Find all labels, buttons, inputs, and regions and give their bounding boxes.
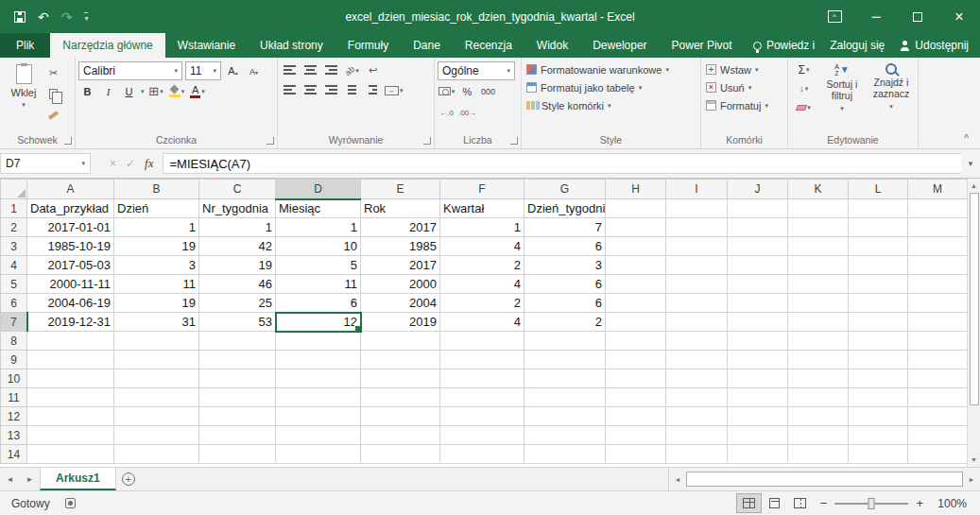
increase-decimal-button[interactable]	[438, 102, 456, 120]
cell-C13[interactable]	[199, 426, 276, 445]
column-header-I[interactable]: I	[666, 180, 728, 199]
page-break-view-button[interactable]	[788, 494, 812, 512]
tab-developer[interactable]: Deweloper	[580, 33, 659, 58]
undo-icon[interactable]: ↶	[38, 10, 49, 24]
row-header-13[interactable]: 13	[1, 426, 27, 445]
cell-H1[interactable]	[606, 199, 666, 218]
cell-I10[interactable]	[666, 369, 728, 388]
cell-D9[interactable]	[276, 351, 361, 369]
cell-F14[interactable]	[440, 445, 524, 464]
scroll-right-icon[interactable]: ►	[965, 476, 978, 483]
new-sheet-button[interactable]: +	[116, 468, 141, 490]
cell-J10[interactable]	[728, 369, 788, 388]
cell-J5[interactable]	[728, 275, 788, 294]
cell-A2[interactable]: 2017-01-01	[27, 218, 114, 237]
cell-M3[interactable]	[908, 237, 968, 256]
cell-K3[interactable]	[788, 237, 849, 256]
italic-button[interactable]: I	[99, 82, 117, 100]
cell-D10[interactable]	[276, 369, 361, 388]
name-box[interactable]: D7▾	[0, 153, 91, 174]
tab-power-pivot[interactable]: Power Pivot	[660, 33, 745, 58]
column-header-K[interactable]: K	[788, 180, 849, 199]
copy-button[interactable]	[44, 85, 62, 103]
cell-I12[interactable]	[666, 407, 728, 426]
cell-F4[interactable]: 2	[440, 256, 524, 275]
cell-D3[interactable]: 10	[276, 237, 361, 256]
maximize-button[interactable]	[897, 0, 938, 33]
sheet-tab-arkusz1[interactable]: Arkusz1	[40, 468, 116, 490]
cell-K14[interactable]	[788, 445, 849, 464]
scroll-up-icon[interactable]: ▲	[971, 179, 977, 193]
record-macro-icon[interactable]	[65, 498, 76, 508]
underline-dropdown-icon[interactable]: ▾	[141, 88, 145, 95]
cell-J2[interactable]	[728, 218, 788, 237]
cell-F8[interactable]	[440, 332, 524, 351]
column-header-A[interactable]: A	[27, 180, 114, 199]
column-header-F[interactable]: F	[440, 180, 524, 199]
cell-K12[interactable]	[788, 407, 849, 426]
cell-J7[interactable]	[728, 313, 788, 332]
cell-G12[interactable]	[524, 407, 606, 426]
alignment-dialog-launcher-icon[interactable]	[423, 137, 431, 145]
cell-B12[interactable]	[114, 407, 199, 426]
cell-B5[interactable]: 11	[114, 275, 199, 294]
save-icon[interactable]	[14, 11, 26, 23]
cell-C4[interactable]: 19	[199, 256, 276, 275]
cell-C12[interactable]	[199, 407, 276, 426]
cell-K2[interactable]	[788, 218, 849, 237]
cell-M8[interactable]	[908, 332, 968, 351]
sign-in-button[interactable]: Zaloguj się	[830, 39, 885, 52]
accounting-format-button[interactable]: ▾	[438, 82, 456, 100]
cell-H7[interactable]	[606, 313, 666, 332]
cell-B11[interactable]	[114, 388, 199, 407]
cell-B1[interactable]: Dzień	[114, 199, 199, 218]
cell-B9[interactable]	[114, 351, 199, 369]
cell-J3[interactable]	[728, 237, 788, 256]
cell-H5[interactable]	[606, 275, 666, 294]
customize-qat-icon[interactable]: ▾	[84, 12, 88, 22]
zoom-in-button[interactable]: +	[908, 496, 931, 510]
align-middle-button[interactable]	[301, 61, 319, 79]
row-header-2[interactable]: 2	[1, 218, 27, 237]
delete-cells-button[interactable]: × Usuń ▾	[704, 78, 784, 96]
percent-style-button[interactable]: %	[458, 82, 476, 100]
column-header-C[interactable]: C	[199, 180, 276, 199]
cell-A12[interactable]	[27, 407, 114, 426]
sort-filter-button[interactable]: AZ▼ Sortuj i filtruj ▾	[818, 60, 866, 133]
cell-C11[interactable]	[199, 388, 276, 407]
cell-G11[interactable]	[524, 388, 606, 407]
share-button[interactable]: Udostępnij	[900, 39, 969, 52]
cell-E9[interactable]	[361, 351, 440, 369]
cell-E1[interactable]: Rok	[361, 199, 440, 218]
cell-A10[interactable]	[27, 369, 114, 388]
cell-E10[interactable]	[361, 369, 440, 388]
cell-J4[interactable]	[728, 256, 788, 275]
cell-G3[interactable]: 6	[524, 237, 606, 256]
cell-F2[interactable]: 1	[440, 218, 524, 237]
column-header-B[interactable]: B	[114, 180, 199, 199]
cell-C7[interactable]: 53	[199, 313, 276, 332]
cell-F6[interactable]: 2	[440, 294, 524, 313]
cell-L5[interactable]	[849, 275, 908, 294]
cell-H13[interactable]	[606, 426, 666, 445]
cell-F5[interactable]: 4	[440, 275, 524, 294]
align-right-button[interactable]	[322, 81, 340, 99]
formula-input[interactable]: =MIESIĄC(A7)	[163, 153, 961, 174]
cell-F10[interactable]	[440, 369, 524, 388]
cell-D13[interactable]	[276, 426, 361, 445]
row-header-7[interactable]: 7	[1, 313, 27, 332]
cell-E5[interactable]: 2000	[361, 275, 440, 294]
cell-F13[interactable]	[440, 426, 524, 445]
cell-E11[interactable]	[361, 388, 440, 407]
cell-G6[interactable]: 6	[524, 294, 606, 313]
cell-B3[interactable]: 19	[114, 237, 199, 256]
cell-I14[interactable]	[666, 445, 728, 464]
cell-A14[interactable]	[27, 445, 114, 464]
cell-A8[interactable]	[27, 332, 114, 351]
cell-G2[interactable]: 7	[524, 218, 606, 237]
find-select-button[interactable]: Znajdź i zaznacz ▾	[868, 60, 915, 133]
cell-I5[interactable]	[666, 275, 728, 294]
cell-E13[interactable]	[361, 426, 440, 445]
align-center-button[interactable]	[301, 81, 319, 99]
clipboard-dialog-launcher-icon[interactable]	[64, 137, 72, 145]
